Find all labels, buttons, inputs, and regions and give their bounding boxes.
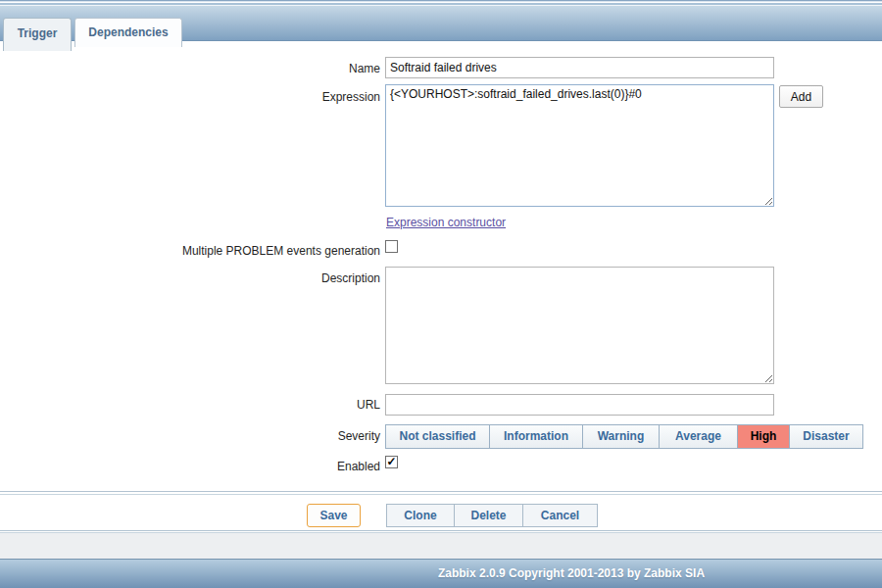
- add-button[interactable]: Add: [779, 85, 823, 108]
- save-button[interactable]: Save: [307, 504, 361, 527]
- severity-button-average[interactable]: Average: [660, 425, 738, 448]
- expression-label: Expression: [322, 90, 380, 105]
- description-label: Description: [321, 271, 380, 286]
- trigger-config-page: Trigger Dependencies Name Expression Mul…: [0, 0, 882, 588]
- severity-button-high[interactable]: High: [738, 425, 790, 448]
- delete-button[interactable]: Delete: [454, 504, 523, 527]
- divider-line: [0, 491, 882, 492]
- severity-label: Severity: [338, 429, 380, 444]
- expression-textarea[interactable]: {<YOURHOST>:softraid_failed_drives.last(…: [385, 84, 774, 207]
- tab-dependencies[interactable]: Dependencies: [74, 18, 182, 47]
- enabled-label: Enabled: [337, 460, 380, 474]
- severity-button-warning[interactable]: Warning: [583, 425, 660, 448]
- expression-constructor-link[interactable]: Expression constructor: [386, 216, 506, 229]
- severity-button-disaster[interactable]: Disaster: [790, 425, 862, 448]
- tab-bar: Trigger Dependencies: [0, 6, 882, 41]
- description-textarea[interactable]: [385, 267, 774, 384]
- footer-bar: Zabbix 2.0.9 Copyright 2001-2013 by Zabb…: [0, 559, 882, 588]
- cancel-button[interactable]: Cancel: [522, 504, 598, 527]
- footer-copyright: Zabbix 2.0.9 Copyright 2001-2013 by Zabb…: [0, 560, 882, 587]
- clone-button[interactable]: Clone: [386, 504, 455, 527]
- severity-button-not-classified[interactable]: Not classified: [386, 425, 490, 448]
- tab-trigger[interactable]: Trigger: [3, 18, 72, 51]
- bottom-spacer: [0, 533, 882, 559]
- checkmark-icon: ✓: [386, 455, 396, 468]
- name-input[interactable]: [385, 57, 774, 78]
- divider-line: [0, 494, 882, 495]
- severity-button-group: Not classified Information Warning Avera…: [385, 424, 863, 449]
- severity-button-information[interactable]: Information: [490, 425, 583, 448]
- url-input[interactable]: [385, 394, 774, 416]
- url-label: URL: [357, 398, 380, 413]
- name-label: Name: [349, 62, 380, 76]
- multiple-problem-label: Multiple PROBLEM events generation: [182, 244, 380, 259]
- divider-line: [0, 530, 882, 531]
- multiple-problem-checkbox[interactable]: [385, 240, 398, 253]
- enabled-checkbox[interactable]: ✓: [385, 456, 398, 468]
